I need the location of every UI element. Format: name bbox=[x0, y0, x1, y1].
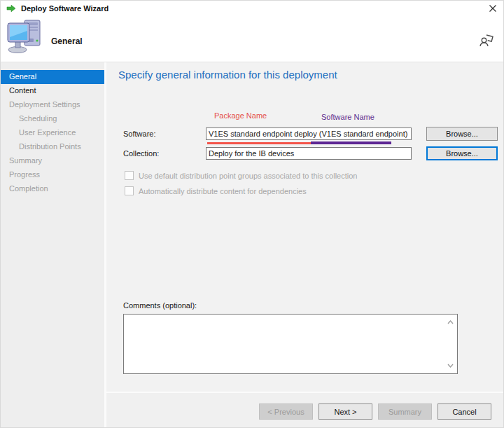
sidebar-item-user-experience: User Experience bbox=[1, 126, 104, 140]
collection-input[interactable] bbox=[206, 147, 412, 160]
annotation-package-name: Package Name bbox=[214, 111, 267, 120]
sidebar-item-content[interactable]: Content bbox=[1, 84, 104, 98]
sidebar-item-completion: Completion bbox=[1, 182, 104, 196]
wizard-body: General Content Deployment Settings Sche… bbox=[1, 62, 503, 428]
wizard-green-arrow-icon bbox=[6, 4, 16, 13]
software-name-underline bbox=[311, 141, 391, 144]
wizard-sidebar: General Content Deployment Settings Sche… bbox=[1, 62, 106, 428]
previous-button: < Previous bbox=[259, 403, 313, 420]
sidebar-item-progress: Progress bbox=[1, 168, 104, 182]
next-button[interactable]: Next > bbox=[318, 403, 372, 420]
sidebar-item-scheduling: Scheduling bbox=[1, 112, 104, 126]
feedback-person-icon bbox=[478, 32, 495, 48]
wizard-footer: < Previous Next > Summary Cancel bbox=[106, 392, 503, 428]
scroll-up-icon[interactable] bbox=[445, 318, 455, 326]
page-heading: Specify general information for this dep… bbox=[118, 69, 337, 81]
titlebar: Deploy Software Wizard bbox=[1, 1, 503, 16]
close-button[interactable] bbox=[482, 1, 503, 16]
right-pane: Specify general information for this dep… bbox=[106, 62, 503, 428]
annotation-software-name: Software Name bbox=[321, 113, 374, 121]
package-name-underline bbox=[207, 142, 311, 144]
wizard-header: General bbox=[1, 16, 503, 62]
close-icon bbox=[489, 4, 497, 13]
collection-browse-button[interactable]: Browse... bbox=[426, 146, 498, 160]
default-dp-groups-checkbox bbox=[125, 171, 134, 180]
checkbox-row-auto-distribute: Automatically distribute content for dep… bbox=[125, 186, 307, 195]
sidebar-item-deployment-settings: Deployment Settings bbox=[1, 98, 104, 112]
checkbox-row-default-dp-groups: Use default distribution point groups as… bbox=[125, 171, 357, 180]
feedback-button[interactable] bbox=[478, 32, 495, 48]
auto-distribute-label: Automatically distribute content for dep… bbox=[139, 187, 307, 195]
computer-icon bbox=[7, 19, 43, 54]
summary-button: Summary bbox=[378, 403, 432, 420]
software-label: Software: bbox=[123, 130, 155, 138]
sidebar-item-summary: Summary bbox=[1, 154, 104, 168]
deploy-software-wizard-window: Deploy Software Wizard General bbox=[0, 0, 504, 428]
cancel-button[interactable]: Cancel bbox=[438, 403, 491, 420]
software-input[interactable] bbox=[206, 127, 412, 140]
window-title: Deploy Software Wizard bbox=[21, 4, 108, 13]
collection-label: Collection: bbox=[123, 149, 159, 158]
sidebar-item-general[interactable]: General bbox=[1, 70, 104, 84]
comments-textarea[interactable] bbox=[123, 314, 458, 374]
header-page-title: General bbox=[51, 36, 83, 46]
sidebar-item-distribution-points: Distribution Points bbox=[1, 140, 104, 154]
default-dp-groups-label: Use default distribution point groups as… bbox=[139, 172, 357, 180]
page-content: Specify general information for this dep… bbox=[106, 62, 503, 392]
scroll-down-icon[interactable] bbox=[445, 361, 455, 370]
comments-label: Comments (optional): bbox=[123, 301, 197, 310]
auto-distribute-checkbox bbox=[125, 186, 134, 195]
software-browse-button[interactable]: Browse... bbox=[426, 127, 498, 141]
